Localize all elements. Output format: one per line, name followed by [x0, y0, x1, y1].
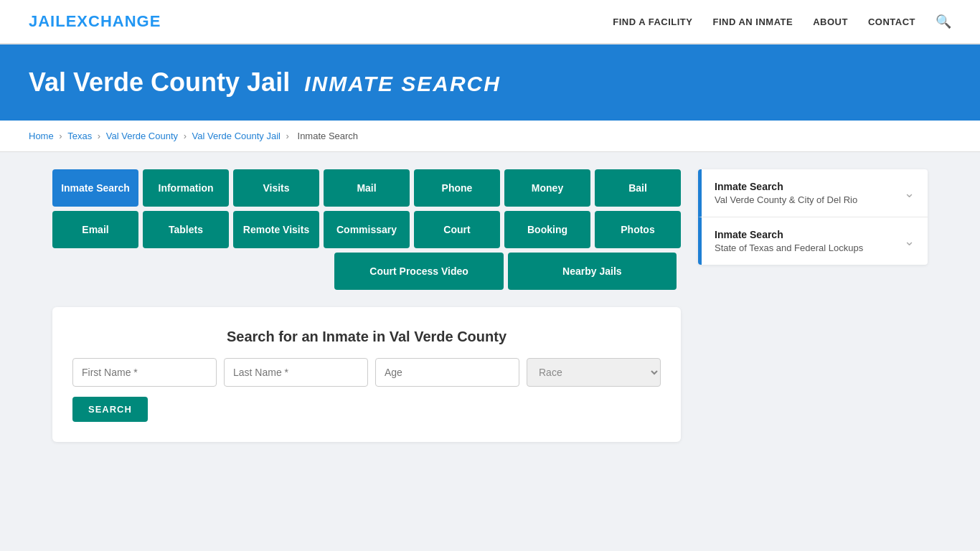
page-title: Val Verde County Jail INMATE SEARCH: [29, 67, 951, 98]
tab-money[interactable]: Money: [504, 169, 590, 207]
site-header: JAILEXCHANGE FIND A FACILITY FIND AN INM…: [0, 0, 980, 44]
tabs-row1: Inmate Search Information Visits Mail Ph…: [52, 169, 681, 207]
breadcrumb-current: Inmate Search: [298, 131, 359, 141]
sidebar-item-2-subtitle: State of Texas and Federal Lockups: [715, 242, 863, 253]
tab-visits[interactable]: Visits: [233, 169, 319, 207]
right-sidebar: Inmate Search Val Verde County & City of…: [698, 169, 928, 265]
tab-nearby-jails[interactable]: Nearby Jails: [508, 253, 677, 290]
tab-email[interactable]: Email: [52, 211, 138, 248]
tab-court[interactable]: Court: [414, 211, 500, 248]
sidebar-card: Inmate Search Val Verde County & City of…: [698, 169, 928, 265]
sidebar-item-1-title: Inmate Search: [715, 181, 857, 192]
nav-about[interactable]: ABOUT: [813, 17, 848, 27]
tab-tablets[interactable]: Tablets: [143, 211, 229, 248]
nav-find-inmate[interactable]: FIND AN INMATE: [712, 17, 793, 27]
logo-jail: JAIL: [29, 12, 66, 30]
tabs-row3: Court Process Video Nearby Jails: [52, 253, 681, 290]
hero-title-main: Val Verde County Jail: [29, 67, 290, 97]
chevron-down-icon: ⌄: [904, 185, 915, 201]
last-name-input[interactable]: [224, 358, 368, 387]
breadcrumb-sep: ›: [184, 131, 189, 141]
search-fields: Race White Black Hispanic Asian Other: [72, 358, 661, 387]
breadcrumb-sep: ›: [98, 131, 103, 141]
sidebar-item-2-text: Inmate Search State of Texas and Federal…: [715, 229, 863, 253]
breadcrumb-sep: ›: [286, 131, 292, 141]
sidebar-item-2[interactable]: Inmate Search State of Texas and Federal…: [698, 217, 928, 265]
nav-find-facility[interactable]: FIND A FACILITY: [613, 17, 692, 27]
logo-exchange: EXCHANGE: [66, 12, 161, 30]
tab-phone[interactable]: Phone: [414, 169, 500, 207]
hero-banner: Val Verde County Jail INMATE SEARCH: [0, 44, 980, 121]
breadcrumb-county[interactable]: Val Verde County: [106, 131, 178, 141]
tab-remote-visits[interactable]: Remote Visits: [233, 211, 319, 248]
tab-inmate-search[interactable]: Inmate Search: [52, 169, 138, 207]
tab-commissary[interactable]: Commissary: [324, 211, 410, 248]
tab-booking[interactable]: Booking: [504, 211, 590, 248]
search-icon[interactable]: 🔍: [936, 14, 951, 29]
tab-photos[interactable]: Photos: [595, 211, 681, 248]
sidebar-item-1-subtitle: Val Verde County & City of Del Rio: [715, 194, 857, 205]
search-box: Search for an Inmate in Val Verde County…: [52, 307, 681, 442]
breadcrumb-sep: ›: [59, 131, 65, 141]
tabs-row2: Email Tablets Remote Visits Commissary C…: [52, 211, 681, 248]
breadcrumb-jail[interactable]: Val Verde County Jail: [192, 131, 281, 141]
tab-bail[interactable]: Bail: [595, 169, 681, 207]
search-title: Search for an Inmate in Val Verde County: [72, 329, 661, 345]
tab-information[interactable]: Information: [143, 169, 229, 207]
search-button[interactable]: SEARCH: [72, 397, 148, 422]
sidebar-item-2-title: Inmate Search: [715, 229, 863, 240]
breadcrumb-home[interactable]: Home: [29, 131, 54, 141]
breadcrumb-texas[interactable]: Texas: [67, 131, 92, 141]
race-select[interactable]: Race White Black Hispanic Asian Other: [527, 358, 661, 387]
main-nav: FIND A FACILITY FIND AN INMATE ABOUT CON…: [613, 14, 951, 29]
site-logo[interactable]: JAILEXCHANGE: [29, 12, 161, 31]
tab-mail[interactable]: Mail: [324, 169, 410, 207]
sidebar-item-1-text: Inmate Search Val Verde County & City of…: [715, 181, 857, 205]
chevron-down-icon-2: ⌄: [904, 233, 915, 249]
sidebar-item-1[interactable]: Inmate Search Val Verde County & City of…: [698, 169, 928, 217]
age-input[interactable]: [375, 358, 519, 387]
nav-contact[interactable]: CONTACT: [868, 17, 915, 27]
main-content: Inmate Search Information Visits Mail Ph…: [24, 152, 956, 459]
hero-title-sub: INMATE SEARCH: [304, 72, 501, 95]
left-column: Inmate Search Information Visits Mail Ph…: [52, 169, 681, 442]
breadcrumb: Home › Texas › Val Verde County › Val Ve…: [0, 121, 980, 152]
first-name-input[interactable]: [72, 358, 217, 387]
tab-court-process-video[interactable]: Court Process Video: [334, 253, 503, 290]
